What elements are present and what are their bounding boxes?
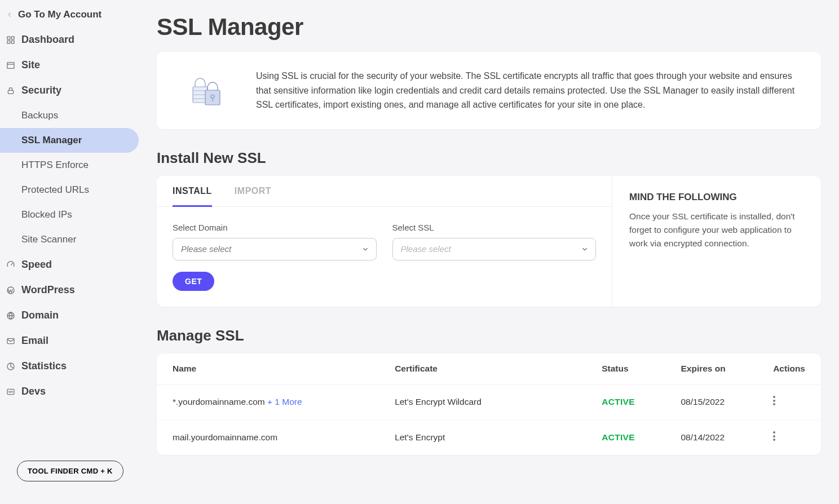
svg-rect-3 <box>11 41 14 43</box>
col-header-actions: Actions <box>757 353 821 384</box>
wordpress-icon <box>6 285 16 295</box>
globe-icon <box>6 311 16 321</box>
col-header-name: Name <box>157 353 379 384</box>
status-badge: ACTIVE <box>602 397 635 406</box>
select-ssl-value: Please select <box>401 244 451 254</box>
row-actions-menu-icon[interactable] <box>773 395 775 407</box>
speed-icon <box>6 260 16 270</box>
intro-card: Using SSL is crucial for the security of… <box>157 52 821 129</box>
mind-following-title: MIND THE FOLLOWING <box>629 192 804 203</box>
sidebar-subitem-https-enforce[interactable]: HTTPS Enforce <box>0 153 143 178</box>
col-header-status: Status <box>586 353 665 384</box>
sidebar-item-label: Speed <box>21 259 52 271</box>
svg-rect-16 <box>205 90 220 105</box>
sidebar-item-domain[interactable]: Domain <box>0 303 143 328</box>
sidebar-nav: Dashboard Site Security Backups SSL Mana… <box>0 27 143 404</box>
svg-rect-4 <box>7 62 14 68</box>
manage-ssl-table: Name Certificate Status Expires on Actio… <box>157 353 821 455</box>
cert-name: mail.yourdomainname.com <box>173 432 277 442</box>
sidebar-subitem-backups[interactable]: Backups <box>0 103 143 128</box>
select-domain-value: Please select <box>181 244 231 254</box>
sidebar-item-wordpress[interactable]: WordPress <box>0 277 143 303</box>
tool-finder-button[interactable]: TOOL FINDER CMD + K <box>17 461 123 481</box>
svg-rect-1 <box>11 37 14 39</box>
sidebar-subitem-ssl-manager[interactable]: SSL Manager <box>0 128 139 153</box>
col-header-certificate: Certificate <box>379 353 586 384</box>
lock-icon <box>6 86 16 96</box>
page-title: SSL Manager <box>157 14 821 41</box>
cert-expires: 08/15/2022 <box>665 384 757 419</box>
sidebar-item-devs[interactable]: Devs <box>0 379 143 404</box>
chevron-down-icon <box>361 245 369 253</box>
cert-type: Let's Encrypt Wildcard <box>379 384 586 419</box>
go-to-my-account-link[interactable]: Go To My Account <box>0 6 143 27</box>
sidebar-subitem-label: Protected URLs <box>21 184 89 196</box>
row-actions-menu-icon[interactable] <box>773 430 775 443</box>
install-tip-panel: MIND THE FOLLOWING Once your SSL certifi… <box>612 176 821 307</box>
site-icon <box>6 60 16 70</box>
sidebar-item-label: WordPress <box>21 284 75 296</box>
sidebar-subitem-label: Blocked IPs <box>21 209 72 220</box>
cert-type: Let's Encrypt <box>379 419 586 455</box>
status-badge: ACTIVE <box>602 432 635 442</box>
col-header-expires: Expires on <box>665 353 757 384</box>
svg-rect-0 <box>7 37 10 39</box>
sidebar-item-label: Domain <box>21 310 59 321</box>
install-form-area: INSTALL IMPORT Select Domain Please sele… <box>157 176 612 307</box>
code-icon <box>6 387 16 397</box>
sidebar-subitem-protected-urls[interactable]: Protected URLs <box>0 178 143 202</box>
sidebar-item-label: Security <box>21 85 61 96</box>
table-row: mail.yourdomainname.com Let's Encrypt AC… <box>157 419 821 455</box>
main-content: SSL Manager Using SSL is crucial for the… <box>143 0 839 504</box>
sidebar-item-label: Statistics <box>21 360 67 372</box>
email-icon <box>6 336 16 346</box>
sidebar-item-label: Dashboard <box>21 34 74 46</box>
tab-install[interactable]: INSTALL <box>173 186 212 207</box>
sidebar-item-dashboard[interactable]: Dashboard <box>0 27 143 52</box>
install-tabs: INSTALL IMPORT <box>157 176 612 207</box>
svg-rect-6 <box>8 90 13 94</box>
select-ssl-label: Select SSL <box>392 223 597 232</box>
dashboard-icon <box>6 35 16 45</box>
sidebar-item-security[interactable]: Security <box>0 78 143 103</box>
padlocks-illustration-icon <box>177 73 239 107</box>
chevron-down-icon <box>581 245 589 253</box>
get-button[interactable]: GET <box>173 272 214 291</box>
sidebar: Go To My Account Dashboard Site Security <box>0 0 143 504</box>
sidebar-subitem-blocked-ips[interactable]: Blocked IPs <box>0 202 143 227</box>
arrow-left-icon <box>6 11 14 19</box>
sidebar-item-label: Devs <box>21 386 46 397</box>
sidebar-item-site[interactable]: Site <box>0 52 143 78</box>
sidebar-item-speed[interactable]: Speed <box>0 252 143 277</box>
sidebar-item-email[interactable]: Email <box>0 328 143 353</box>
more-domains-link[interactable]: + 1 More <box>265 397 302 406</box>
intro-text: Using SSL is crucial for the security of… <box>256 69 801 112</box>
select-domain-dropdown[interactable]: Please select <box>173 238 377 260</box>
tab-import[interactable]: IMPORT <box>235 186 271 206</box>
sidebar-item-label: Email <box>21 335 48 347</box>
select-domain-label: Select Domain <box>173 223 377 232</box>
sidebar-subitem-label: Site Scanner <box>21 234 76 245</box>
sidebar-subitem-label: Backups <box>21 110 58 121</box>
sidebar-subitem-label: HTTPS Enforce <box>21 160 89 171</box>
sidebar-subitem-label: SSL Manager <box>21 135 82 146</box>
select-ssl-dropdown[interactable]: Please select <box>392 238 597 260</box>
sidebar-item-label: Site <box>21 59 40 71</box>
table-row: *.yourdomainname.com + 1 More Let's Encr… <box>157 384 821 419</box>
cert-expires: 08/14/2022 <box>665 419 757 455</box>
svg-rect-2 <box>7 41 10 43</box>
manage-section-title: Manage SSL <box>157 327 821 344</box>
statistics-icon <box>6 361 16 372</box>
mind-following-text: Once your SSL certificate is installed, … <box>629 210 804 250</box>
manage-table-card: Name Certificate Status Expires on Actio… <box>157 353 821 455</box>
go-back-label: Go To My Account <box>18 9 101 20</box>
sidebar-item-statistics[interactable]: Statistics <box>0 353 143 379</box>
install-section-title: Install New SSL <box>157 149 821 167</box>
sidebar-subitem-site-scanner[interactable]: Site Scanner <box>0 227 143 252</box>
cert-name: *.yourdomainname.com <box>173 397 265 406</box>
install-card: INSTALL IMPORT Select Domain Please sele… <box>157 176 821 307</box>
